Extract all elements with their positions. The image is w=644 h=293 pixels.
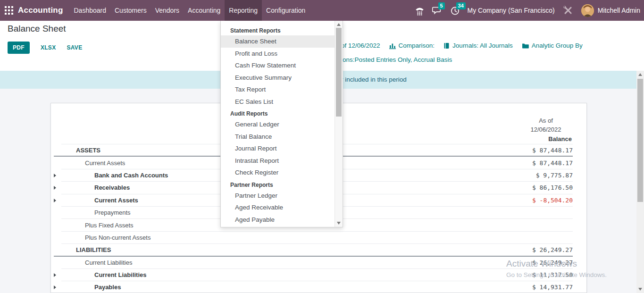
- options-filter[interactable]: ions:Posted Entries Only, Accrual Basis: [341, 56, 452, 63]
- scroll-down-icon[interactable]: [638, 288, 642, 291]
- app-title[interactable]: Accounting: [18, 6, 63, 15]
- options-label: ions:Posted Entries Only, Accrual Basis: [341, 56, 452, 63]
- page-scrollbar[interactable]: [636, 71, 644, 293]
- apps-grid-icon[interactable]: [5, 6, 13, 15]
- period-label: As of: [520, 116, 572, 125]
- journals-label: Journals: All Journals: [452, 42, 513, 49]
- xlsx-button[interactable]: XLSX: [41, 44, 56, 51]
- table-row-current-liabilities[interactable]: Current Liabilities $ 26,249.27: [61, 257, 573, 269]
- nav-item-vendors[interactable]: Vendors: [151, 0, 184, 21]
- analytic-label: Analytic Group By: [532, 42, 583, 49]
- scroll-up-icon[interactable]: [337, 23, 341, 26]
- company-switcher[interactable]: My Company (San Francisco): [468, 7, 555, 14]
- menu-section-audit-reports: Audit Reports: [221, 108, 335, 118]
- row-value: $ 14,931.77: [532, 284, 573, 291]
- activities-clock-icon[interactable]: 34: [450, 6, 460, 16]
- user-avatar: [581, 4, 594, 17]
- menu-item-aged-payable[interactable]: Aged Payable: [221, 214, 335, 226]
- row-value: $ 86,176.50: [532, 184, 573, 191]
- table-row-noncurrent-assets[interactable]: Plus Non-current Assets: [61, 232, 573, 244]
- comparison-label: Comparison:: [399, 42, 435, 49]
- period-date: 12/06/2022: [520, 125, 572, 134]
- period-column-header: As of 12/06/2022: [520, 116, 572, 134]
- scroll-up-icon[interactable]: [638, 73, 642, 76]
- save-button[interactable]: SAVE: [67, 44, 82, 51]
- comparison-filter[interactable]: Comparison:: [389, 42, 435, 49]
- journals-filter[interactable]: Journals: All Journals: [443, 42, 513, 49]
- activities-badge: 34: [456, 2, 466, 9]
- export-buttons: PDF XLSX SAVE: [8, 42, 82, 54]
- top-navbar: Accounting Dashboard Customers Vendors A…: [0, 0, 644, 21]
- app-switcher[interactable]: Accounting: [0, 0, 63, 21]
- alert-message[interactable]: r included in this period: [341, 76, 407, 83]
- messages-icon[interactable]: 5: [432, 6, 443, 15]
- table-row-current-liabilities-detail[interactable]: Current Liabilities $ 11,317.50: [61, 269, 573, 281]
- nav-item-reporting[interactable]: Reporting: [225, 0, 262, 21]
- menu-item-balance-sheet[interactable]: Balance Sheet: [221, 35, 335, 48]
- dropdown-scrollbar-thumb[interactable]: [336, 28, 342, 117]
- nav-item-dashboard[interactable]: Dashboard: [70, 0, 111, 21]
- expand-caret-icon[interactable]: [54, 285, 56, 289]
- menu-item-executive-summary[interactable]: Executive Summary: [221, 72, 335, 84]
- date-filter[interactable]: of 12/06/2022: [341, 42, 380, 49]
- row-label: Plus Non-current Assets: [61, 234, 151, 241]
- menu-item-general-ledger[interactable]: General Ledger: [221, 118, 335, 131]
- row-value: $ 11,317.50: [532, 271, 573, 278]
- row-label: Current Liabilities: [61, 271, 147, 278]
- menu-item-intrastat-report[interactable]: Intrastat Report: [221, 155, 335, 167]
- nav-systray: 5 34 My Company (San Francisco): [415, 0, 644, 21]
- expand-caret-icon[interactable]: [54, 186, 56, 190]
- expand-caret-icon[interactable]: [54, 199, 56, 202]
- menu-item-cash-flow-statement[interactable]: Cash Flow Statement: [221, 59, 335, 72]
- user-menu[interactable]: Mitchell Admin: [581, 4, 640, 17]
- row-value-negative: $ -8,504.20: [532, 197, 573, 204]
- menu-item-ec-sales-list[interactable]: EC Sales List: [221, 96, 335, 108]
- menu-item-tax-report[interactable]: Tax Report: [221, 84, 335, 96]
- row-label: Current Assets: [61, 197, 138, 204]
- messages-badge: 5: [438, 2, 445, 9]
- menu-item-profit-and-loss[interactable]: Profit and Loss: [221, 48, 335, 60]
- menu-item-trial-balance[interactable]: Trial Balance: [221, 131, 335, 143]
- bar-chart-icon: [389, 42, 396, 49]
- row-value: $ 26,249.27: [532, 246, 573, 253]
- nav-item-accounting[interactable]: Accounting: [184, 0, 225, 21]
- journal-book-icon: [443, 42, 450, 49]
- row-value: $ 87,448.17: [532, 147, 573, 154]
- user-name: Mitchell Admin: [598, 7, 640, 14]
- row-label: Current Assets: [61, 159, 125, 167]
- debug-tools-icon[interactable]: [562, 5, 574, 16]
- row-value: $ 87,448.17: [532, 159, 573, 167]
- reporting-menu-list: Statement Reports Balance Sheet Profit a…: [221, 21, 335, 227]
- date-filter-label: of 12/06/2022: [341, 42, 380, 49]
- menu-item-aged-receivable[interactable]: Aged Receivable: [221, 201, 335, 214]
- menu-item-journal-report[interactable]: Journal Report: [221, 142, 335, 155]
- folder-icon: [522, 43, 529, 49]
- row-value: $ 26,249.27: [532, 259, 573, 266]
- page-scrollbar-thumb[interactable]: [637, 79, 643, 202]
- voip-phone-icon[interactable]: [415, 6, 425, 16]
- menu-item-partner-ledger[interactable]: Partner Ledger: [221, 190, 335, 202]
- report-filters: of 12/06/2022 Comparison: Journals: All …: [341, 42, 583, 49]
- nav-menu: Dashboard Customers Vendors Accounting R…: [70, 0, 310, 21]
- row-label: Prepayments: [61, 209, 131, 216]
- row-label: Receivables: [61, 184, 130, 191]
- menu-section-statement-reports: Statement Reports: [221, 25, 335, 35]
- reporting-dropdown-menu: Statement Reports Balance Sheet Profit a…: [220, 21, 343, 227]
- balance-column-header: Balance: [520, 135, 572, 142]
- row-label: Payables: [61, 284, 121, 291]
- row-label: LIABILITIES: [61, 246, 111, 253]
- scroll-down-icon[interactable]: [337, 222, 341, 225]
- dropdown-scrollbar[interactable]: [335, 21, 343, 227]
- nav-item-configuration[interactable]: Configuration: [262, 0, 309, 21]
- table-row-liabilities[interactable]: LIABILITIES $ 26,249.27: [61, 244, 573, 256]
- analytic-filter[interactable]: Analytic Group By: [522, 42, 583, 49]
- pdf-button[interactable]: PDF: [8, 42, 30, 54]
- table-row-payables[interactable]: Payables $ 14,931.77: [61, 281, 573, 293]
- nav-item-customers[interactable]: Customers: [110, 0, 151, 21]
- row-label: Current Liabilities: [61, 259, 132, 266]
- expand-caret-icon[interactable]: [54, 273, 56, 277]
- page-title: Balance Sheet: [8, 24, 66, 34]
- menu-item-check-register[interactable]: Check Register: [221, 167, 335, 179]
- row-label: ASSETS: [61, 147, 100, 154]
- expand-caret-icon[interactable]: [54, 174, 56, 177]
